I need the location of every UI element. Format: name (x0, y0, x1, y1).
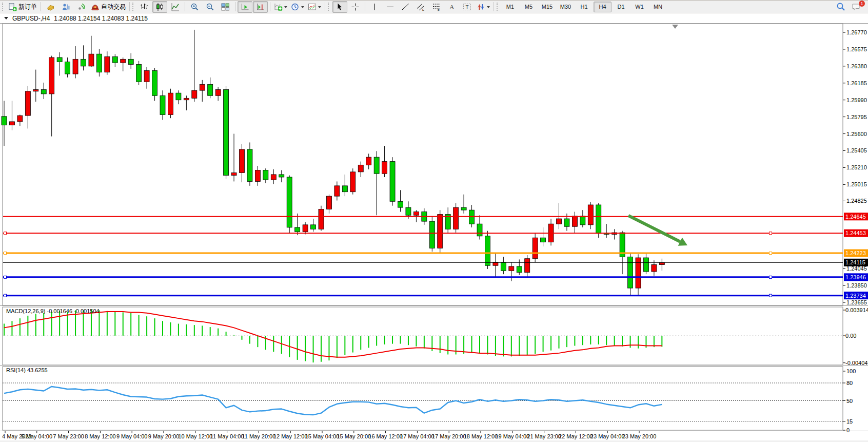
bar-chart-button[interactable] (137, 1, 152, 13)
time-axis-label: 23 May 20:00 (622, 433, 657, 439)
time-axis-label: 8 May 12:00 (85, 433, 116, 439)
arrows-caret-icon[interactable] (487, 6, 490, 10)
symbol-title: GBPUSD-,H4 (12, 15, 50, 22)
notification-badge: 1 (859, 1, 865, 7)
zoom-in-button[interactable] (187, 1, 202, 13)
horizontal-line-button[interactable] (383, 1, 398, 13)
candle (136, 61, 142, 85)
line-handle[interactable] (4, 232, 7, 235)
timeframe-W1[interactable]: W1 (630, 2, 648, 12)
candlestick-icon (155, 3, 164, 11)
line-handle[interactable] (4, 252, 7, 255)
svg-text:1.24115: 1.24115 (845, 259, 865, 265)
line-handle[interactable] (4, 276, 7, 278)
rsi-pane-frame (3, 367, 843, 430)
timeframe-M30[interactable]: M30 (557, 2, 575, 12)
cursor-button[interactable] (332, 1, 347, 13)
fibonacci-button[interactable]: F (429, 1, 444, 13)
time-axis-label: 23 May 04:00 (590, 433, 625, 439)
svg-text:T: T (466, 4, 469, 10)
mql5-services-button[interactable] (43, 1, 58, 13)
vertical-line-button[interactable] (367, 1, 382, 13)
periods-button[interactable] (289, 1, 306, 13)
templates-button[interactable] (306, 1, 323, 13)
mt4-window: 新订单 自动交易 (0, 0, 868, 442)
line-chart-button[interactable] (168, 1, 183, 13)
auto-scroll-button[interactable] (238, 1, 252, 13)
svg-text:1.24825: 1.24825 (846, 198, 867, 204)
svg-text:1.24045: 1.24045 (846, 265, 867, 272)
svg-text:1.23850: 1.23850 (846, 282, 867, 289)
toolbar-separator (325, 2, 325, 11)
tile-windows-button[interactable] (218, 1, 233, 13)
time-axis-label: 22 May 12:00 (559, 433, 593, 439)
equidistant-channel-button[interactable]: E (413, 1, 428, 13)
candlestick-chart-button[interactable] (152, 1, 167, 13)
timeframe-H4[interactable]: H4 (594, 2, 611, 12)
svg-text:1.25405: 1.25405 (846, 147, 867, 153)
time-axis-label: 19 May 04:00 (495, 433, 529, 439)
trendline-button[interactable] (398, 1, 413, 13)
candle (390, 157, 395, 206)
crosshair-button[interactable] (348, 1, 363, 13)
line-handle[interactable] (4, 294, 7, 297)
toolbar-separator (129, 2, 130, 11)
toolbar-grip[interactable] (497, 3, 499, 11)
time-axis-label: 12 May 12:00 (273, 433, 308, 439)
text-button[interactable]: A (444, 1, 459, 13)
svg-text:1.26770: 1.26770 (846, 29, 867, 35)
new-order-button[interactable]: 新订单 (7, 1, 38, 13)
timeframe-M5[interactable]: M5 (520, 2, 538, 12)
timeframe-MN[interactable]: MN (649, 2, 667, 12)
new-order-label: 新订单 (18, 3, 37, 11)
line-handle[interactable] (770, 232, 772, 235)
data-window-button[interactable] (58, 1, 73, 13)
signals-button[interactable] (74, 1, 89, 13)
text-label-button[interactable]: T (460, 1, 475, 13)
periods-caret-icon[interactable] (301, 6, 304, 10)
rsi-label: RSI(14) 43.6255 (6, 367, 48, 373)
templates-caret-icon[interactable] (318, 6, 321, 10)
price-tag: 1.24453 (844, 229, 868, 237)
search-button[interactable] (833, 1, 848, 13)
arrows-button[interactable] (475, 1, 491, 13)
chart-shift-icon (256, 3, 265, 11)
toolbar-separator (185, 2, 185, 11)
timeframe-M1[interactable]: M1 (501, 2, 519, 12)
price-tag: 1.23946 (844, 273, 868, 281)
svg-text:1.25795: 1.25795 (846, 114, 867, 120)
autotrading-button[interactable]: 自动交易 (89, 1, 127, 13)
toolbar-grip[interactable] (2, 3, 5, 11)
time-axis-label: 16 May 12:00 (368, 433, 403, 439)
svg-text:0.00: 0.00 (845, 333, 856, 339)
toolbar-separator (270, 2, 270, 11)
svg-text:1.23734: 1.23734 (845, 293, 866, 299)
indicators-caret-icon[interactable] (284, 6, 287, 10)
indicators-icon (274, 3, 283, 11)
timeframe-H1[interactable]: H1 (575, 2, 593, 12)
notifications-button[interactable]: 1 (849, 1, 863, 13)
price-tag: 1.24645 (844, 213, 868, 220)
candle (485, 231, 490, 269)
data-window-icon (62, 3, 70, 11)
line-handle[interactable] (770, 294, 772, 297)
line-handle[interactable] (770, 252, 772, 255)
toolbar-grip[interactable] (328, 3, 330, 11)
toolbar-grip[interactable] (132, 3, 135, 11)
templates-icon (308, 3, 317, 11)
window-menu-icon[interactable] (4, 17, 8, 22)
zoom-out-button[interactable] (203, 1, 218, 13)
toolbar-separator (235, 2, 235, 11)
svg-text:-0.004049: -0.004049 (845, 360, 868, 366)
timeframe-D1[interactable]: D1 (612, 2, 630, 12)
candle (350, 168, 356, 195)
svg-text:1.26380: 1.26380 (846, 63, 867, 69)
line-handle[interactable] (770, 276, 772, 278)
timeframe-M15[interactable]: M15 (538, 2, 556, 12)
chart-area[interactable]: 1.267701.265751.263801.261851.259901.257… (0, 1, 868, 442)
chart-shift-button[interactable] (253, 1, 268, 13)
svg-text:1.25015: 1.25015 (846, 181, 867, 187)
time-axis-label: 10 May 12:00 (178, 433, 212, 439)
svg-text:50: 50 (846, 398, 853, 404)
indicators-button[interactable] (272, 1, 289, 13)
